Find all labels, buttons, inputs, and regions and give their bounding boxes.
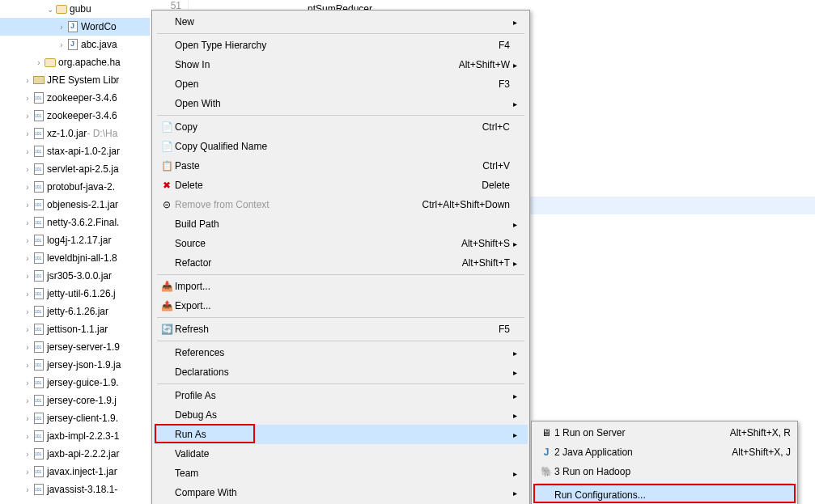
expand-arrow-icon[interactable]: › [23, 129, 32, 138]
menu-copy-icon: 📄 [159, 121, 175, 133]
expand-arrow-icon[interactable]: › [23, 112, 32, 121]
expand-arrow-icon[interactable]: › [23, 450, 32, 459]
tree-item-jaxb-api[interactable]: ›jaxb-api-2.2.2.jar [0, 445, 150, 463]
expand-arrow-icon[interactable]: › [23, 94, 32, 103]
tree-item-stax[interactable]: ›stax-api-1.0-2.jar [0, 142, 150, 160]
tree-item-wordco[interactable]: ›WordCo [0, 18, 150, 36]
menu-export[interactable]: 📤Export... [154, 296, 528, 316]
submenu-shortcut: Alt+Shift+X, J [732, 447, 791, 458]
expand-arrow-icon[interactable]: › [23, 272, 32, 281]
tree-item-netty[interactable]: ›netty-3.6.2.Final. [0, 214, 150, 231]
menu-source[interactable]: SourceAlt+Shift+S▸ [154, 234, 528, 253]
jar-icon [32, 465, 45, 478]
tree-item-gubu[interactable]: ⌄gubu [0, 0, 150, 18]
sub-run-hadoop[interactable]: 🐘3 Run on Hadoop [533, 462, 796, 481]
menu-open-type-hierarchy[interactable]: Open Type HierarchyF4 [154, 36, 528, 55]
tree-item-jre[interactable]: ›JRE System Libr [0, 71, 150, 89]
menu-profile-as[interactable]: Profile As▸ [154, 386, 528, 405]
expand-arrow-icon[interactable]: › [23, 183, 32, 192]
expand-arrow-icon[interactable]: › [23, 236, 32, 245]
menu-refresh[interactable]: 🔄RefreshF5 [154, 320, 528, 339]
tree-item-jettyutil[interactable]: ›jetty-util-6.1.26.j [0, 285, 150, 303]
expand-arrow-icon[interactable]: › [23, 379, 32, 388]
tree-item-jetty[interactable]: ›jetty-6.1.26.jar [0, 303, 150, 320]
tree-item-jersey-client[interactable]: ›jersey-client-1.9. [0, 409, 150, 427]
java-icon [66, 38, 79, 51]
menu-import[interactable]: 📥Import... [154, 277, 528, 296]
expand-arrow-icon[interactable]: › [23, 361, 32, 370]
tree-item-objenesis[interactable]: ›objenesis-2.1.jar [0, 196, 150, 214]
expand-arrow-icon[interactable]: › [23, 254, 32, 263]
tree-item-jersey-server[interactable]: ›jersey-server-1.9 [0, 338, 150, 356]
expand-arrow-icon[interactable]: › [23, 414, 32, 423]
menu-copy[interactable]: 📄CopyCtrl+C [154, 117, 528, 137]
menu-copy-qualified[interactable]: 📄Copy Qualified Name [154, 137, 528, 156]
submenu-run-as[interactable]: 🖥1 Run on ServerAlt+Shift+X, RJ2 Java Ap… [531, 421, 798, 504]
expand-arrow-icon[interactable]: › [23, 290, 32, 299]
sub-run-server[interactable]: 🖥1 Run on ServerAlt+Shift+X, R [533, 423, 796, 443]
package-explorer[interactable]: ⌄gubu›WordCo›abc.java›org.apache.ha›JRE … [0, 0, 150, 504]
expand-arrow-icon[interactable]: › [57, 23, 66, 32]
expand-arrow-icon[interactable]: › [23, 468, 32, 476]
tree-item-javax-inject[interactable]: ›javax.inject-1.jar [0, 463, 150, 481]
tree-item-jaxb-impl[interactable]: ›jaxb-impl-2.2.3-1 [0, 427, 150, 445]
context-menu[interactable]: New▸Open Type HierarchyF4Show InAlt+Shif… [151, 10, 530, 504]
tree-item-log4j[interactable]: ›log4j-1.2.17.jar [0, 231, 150, 249]
menu-declarations[interactable]: Declarations▸ [154, 362, 528, 382]
expand-arrow-icon[interactable]: › [23, 147, 32, 156]
menu-label: Import... [175, 281, 510, 292]
tree-item-org-apache[interactable]: ›org.apache.ha [0, 53, 150, 71]
menu-validate[interactable]: Validate [154, 444, 528, 464]
menu-refactor[interactable]: RefactorAlt+Shift+T▸ [154, 253, 528, 273]
tree-label: jaxb-api-2.2.2.jar [47, 448, 119, 460]
menu-build-path[interactable]: Build Path▸ [154, 214, 528, 234]
sub-java-app[interactable]: J2 Java ApplicationAlt+Shift+X, J [533, 443, 796, 462]
menu-remove-context-icon: ⊝ [159, 199, 175, 210]
tree-label: servlet-api-2.5.ja [47, 163, 119, 175]
expand-arrow-icon[interactable]: › [23, 343, 32, 352]
menu-label: Open With [175, 98, 510, 109]
tree-item-zk2[interactable]: ›zookeeper-3.4.6 [0, 107, 150, 125]
expand-arrow-icon[interactable]: › [34, 58, 44, 67]
menu-run-as[interactable]: Run As▸ [154, 425, 528, 444]
menu-debug-as[interactable]: Debug As▸ [154, 405, 528, 425]
submenu-arrow-icon: ▸ [513, 469, 523, 478]
jar-icon [32, 358, 45, 371]
expand-arrow-icon[interactable]: › [23, 307, 32, 316]
expand-arrow-icon[interactable]: › [23, 165, 32, 174]
expand-arrow-icon[interactable]: › [23, 485, 32, 494]
expand-arrow-icon[interactable]: › [23, 432, 32, 441]
jar-icon [32, 376, 45, 389]
tree-item-protobuf[interactable]: ›protobuf-java-2. [0, 178, 150, 196]
tree-item-abc[interactable]: ›abc.java [0, 36, 150, 53]
tree-item-leveldb[interactable]: ›leveldbjni-all-1.8 [0, 249, 150, 267]
menu-show-in[interactable]: Show InAlt+Shift+W▸ [154, 55, 528, 74]
tree-item-jersey-guice[interactable]: ›jersey-guice-1.9. [0, 374, 150, 392]
tree-item-javassist[interactable]: ›javassist-3.18.1- [0, 481, 150, 498]
menu-paste[interactable]: 📋PasteCtrl+V [154, 156, 528, 176]
menu-open-with[interactable]: Open With▸ [154, 94, 528, 113]
sub-run-config[interactable]: Run Configurations... [533, 485, 796, 504]
expand-arrow-icon[interactable]: › [23, 325, 32, 334]
menu-team[interactable]: Team▸ [154, 464, 528, 483]
expand-arrow-icon[interactable]: › [57, 40, 66, 49]
menu-delete[interactable]: ✖DeleteDelete [154, 176, 528, 195]
menu-open[interactable]: OpenF3 [154, 74, 528, 94]
expand-arrow-icon[interactable]: › [23, 201, 32, 210]
tree-item-zk1[interactable]: ›zookeeper-3.4.6 [0, 89, 150, 107]
menu-compare-with[interactable]: Compare With▸ [154, 483, 528, 502]
menu-references[interactable]: References▸ [154, 343, 528, 362]
pkg-icon [55, 2, 68, 15]
tree-item-jersey-core[interactable]: ›jersey-core-1.9.j [0, 392, 150, 409]
tree-item-jsr305[interactable]: ›jsr305-3.0.0.jar [0, 267, 150, 285]
menu-new[interactable]: New▸ [154, 12, 528, 32]
expand-arrow-icon[interactable]: ⌄ [45, 5, 55, 14]
expand-arrow-icon[interactable]: › [23, 396, 32, 405]
expand-arrow-icon[interactable]: › [23, 76, 32, 85]
tree-item-jersey-json[interactable]: ›jersey-json-1.9.ja [0, 356, 150, 374]
expand-arrow-icon[interactable]: › [23, 218, 32, 227]
tree-label: xz-1.0.jar [47, 128, 87, 139]
tree-item-jettison[interactable]: ›jettison-1.1.jar [0, 320, 150, 338]
tree-item-servlet[interactable]: ›servlet-api-2.5.ja [0, 160, 150, 178]
tree-item-xz[interactable]: ›xz-1.0.jar - D:\Ha [0, 125, 150, 142]
